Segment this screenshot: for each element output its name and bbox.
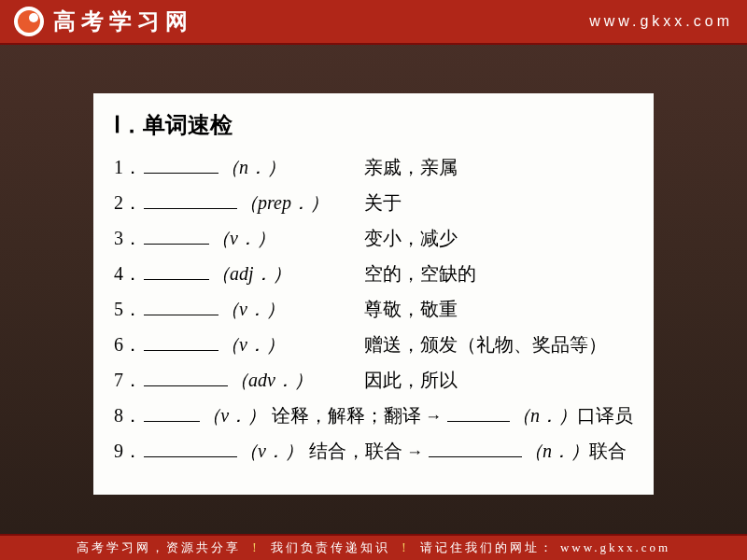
item-number: 1．: [114, 149, 142, 185]
vocab-row: 8．（v．）诠释，解释；翻译→（n．）口译员: [114, 398, 633, 433]
definition: 赠送，颁发（礼物、奖品等）: [364, 327, 607, 362]
fill-blank: [144, 226, 209, 245]
item-number: 5．: [114, 291, 142, 327]
definition: 亲戚，亲属: [364, 149, 458, 185]
vocab-row: 3．（v．）变小，减少: [114, 220, 633, 256]
part-of-speech: （v．）: [220, 327, 285, 362]
arrow-icon: →: [425, 400, 442, 432]
vocab-row: 2．（prep．）关于: [114, 185, 633, 220]
item-number: 6．: [114, 327, 142, 362]
footer-bar: 高考学习网，资源共分享 ！ 我们负责传递知识 ！ 请记住我们的网址： www.g…: [0, 534, 747, 560]
item-number: 2．: [114, 185, 142, 220]
part-of-speech: （adv．）: [230, 362, 313, 398]
definition: 变小，减少: [364, 220, 458, 256]
item-number: 3．: [114, 220, 142, 256]
definition: 关于: [364, 185, 402, 220]
fill-blank: [144, 368, 228, 386]
definition: 空的，空缺的: [364, 256, 476, 291]
footer-dot-icon: ！: [248, 539, 263, 556]
fill-blank: [144, 403, 200, 422]
part-of-speech: （n．）: [524, 433, 589, 469]
arrow-icon: →: [406, 436, 423, 468]
item-number: 9．: [114, 433, 142, 469]
fill-blank: [144, 439, 237, 457]
content-panel: Ⅰ．单词速检 1．（n．）亲戚，亲属2．（prep．）关于3．（v．）变小，减少…: [93, 93, 654, 495]
item-number: 4．: [114, 256, 142, 291]
item-number: 8．: [114, 398, 142, 433]
logo-section: 高考学习网: [14, 7, 193, 36]
site-title: 高考学习网: [53, 7, 193, 36]
footer-text-3: 请记住我们的网址：: [420, 539, 555, 556]
definition: 尊敬，敬重: [364, 291, 458, 327]
fill-blank: [429, 439, 522, 457]
footer-url: www.gkxx.com: [560, 540, 670, 555]
part-of-speech: （prep．）: [239, 185, 329, 220]
part-of-speech: （v．）: [220, 291, 285, 327]
footer-text-1: 高考学习网，资源共分享: [77, 539, 241, 556]
vocab-row: 5．（v．）尊敬，敬重: [114, 291, 633, 327]
fill-blank: [144, 190, 237, 209]
fill-blank: [144, 155, 218, 174]
vocab-row: 1．（n．）亲戚，亲属: [114, 149, 633, 185]
definition: 因此，所以: [364, 362, 458, 398]
panel-title: Ⅰ．单词速检: [114, 110, 633, 140]
vocab-list: 1．（n．）亲戚，亲属2．（prep．）关于3．（v．）变小，减少4．（adj．…: [114, 149, 633, 469]
vocab-row: 6．（v．）赠送，颁发（礼物、奖品等）: [114, 327, 633, 362]
part-of-speech: （v．）: [202, 398, 266, 433]
definition: 诠释，解释；翻译: [272, 398, 421, 433]
item-number: 7．: [114, 362, 142, 398]
part-of-speech: （adj．）: [211, 256, 291, 291]
footer-text-2: 我们负责传递知识: [271, 539, 390, 556]
vocab-row: 7．（adv．）因此，所以: [114, 362, 633, 398]
definition: 联合: [589, 433, 627, 469]
header-bar: 高考学习网 www.gkxx.com: [0, 0, 747, 45]
footer-dot-icon: ！: [398, 539, 413, 556]
definition: 口译员: [577, 398, 633, 433]
part-of-speech: （v．）: [239, 433, 303, 469]
vocab-row: 9．（v．）结合，联合→（n．）联合: [114, 433, 633, 469]
fill-blank: [144, 261, 209, 280]
fill-blank: [144, 332, 218, 351]
logo-icon: [14, 7, 44, 36]
header-url: www.gkxx.com: [589, 13, 733, 30]
part-of-speech: （v．）: [211, 220, 275, 256]
part-of-speech: （n．）: [220, 149, 286, 185]
fill-blank: [447, 403, 510, 422]
vocab-row: 4．（adj．）空的，空缺的: [114, 256, 633, 291]
part-of-speech: （n．）: [512, 398, 577, 433]
definition: 结合，联合: [309, 433, 402, 469]
fill-blank: [144, 297, 218, 315]
